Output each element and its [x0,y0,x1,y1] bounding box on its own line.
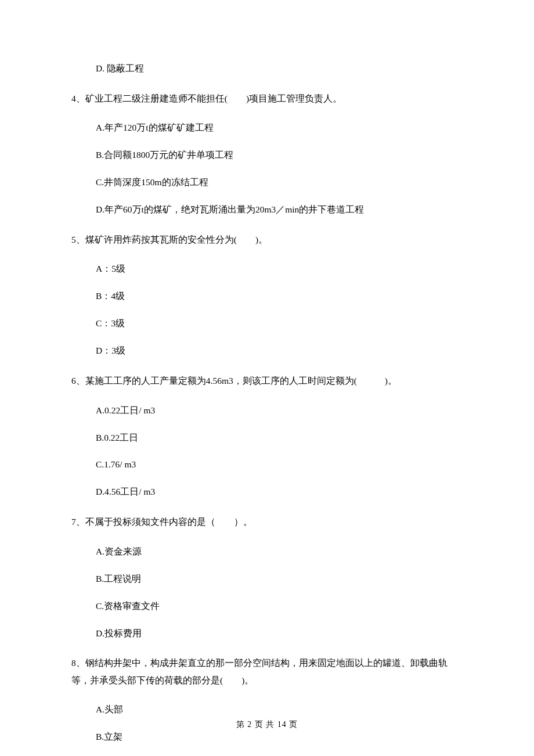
page-container: D. 隐蔽工程 4、矿业工程二级注册建造师不能担任( )项目施工管理负责人。 A… [0,0,534,756]
q7-option-a: A.资金来源 [71,546,463,558]
q5-option-b: B：4级 [71,290,463,303]
q6-stem: 6、某施工工序的人工产量定额为4.56m3，则该工序的人工时间定额为( )。 [71,372,463,389]
q4-option-d: D.年产60万t的煤矿，绝对瓦斯涌出量为20m3／min的井下巷道工程 [71,204,463,216]
q4-option-a: A.年产120万t的煤矿矿建工程 [71,122,463,134]
q6-option-b: B.0.22工日 [71,432,463,444]
q6-option-a: A.0.22工日/ m3 [71,405,463,417]
q8-option-b: B.立架 [71,731,463,743]
page-footer: 第 2 页 共 14 页 [0,719,534,730]
q7-option-b: B.工程说明 [71,573,463,585]
q8-stem: 8、钢结构井架中，构成井架直立的那一部分空间结构，用来固定地面以上的罐道、卸载曲… [71,654,463,689]
q3-option-d: D. 隐蔽工程 [71,63,463,75]
q4-option-b: B.合同额1800万元的矿井单项工程 [71,149,463,161]
q4-option-c: C.井筒深度150m的冻结工程 [71,177,463,189]
q5-stem: 5、煤矿许用炸药按其瓦斯的安全性分为( )。 [71,231,463,248]
q6-option-d: D.4.56工日/ m3 [71,486,463,498]
q7-option-d: D.投标费用 [71,628,463,640]
q7-stem: 7、不属于投标须知文件内容的是（ ）。 [71,513,463,530]
q6-option-c: C.1.76/ m3 [71,459,463,471]
q7-option-c: C.资格审查文件 [71,600,463,613]
q5-option-a: A：5级 [71,263,463,275]
q5-option-d: D：3级 [71,345,463,357]
q8-option-a: A.头部 [71,704,463,716]
q5-option-c: C：3级 [71,318,463,330]
q4-stem: 4、矿业工程二级注册建造师不能担任( )项目施工管理负责人。 [71,90,463,107]
